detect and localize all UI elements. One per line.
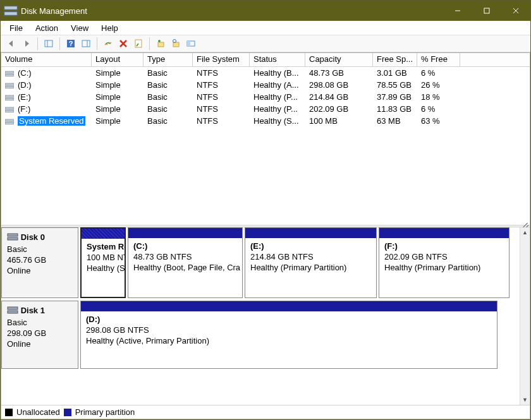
disk-header[interactable]: Disk 1Basic298.09 GBOnline	[1, 301, 78, 369]
column-header-pctfree[interactable]: % Free	[417, 53, 460, 66]
volume-name-cell: (D:)	[1, 80, 92, 90]
disk-name: Disk 1	[21, 306, 45, 315]
svg-rect-25	[5, 98, 14, 100]
cell: 3.01 GB	[373, 68, 417, 78]
svg-rect-19	[187, 41, 190, 46]
svg-rect-0	[4, 6, 18, 10]
cell: Simple	[92, 80, 143, 90]
partition-status: Healthy (Primary Partition)	[250, 262, 371, 273]
partition[interactable]: (D:)298.08 GB NTFSHealthy (Active, Prima…	[80, 301, 497, 369]
scroll-down-icon[interactable]: ▼	[520, 395, 530, 405]
cell: Basic	[143, 116, 193, 126]
menu-file[interactable]: File	[3, 22, 29, 34]
cell: 100 MB	[305, 116, 373, 126]
column-header-volume[interactable]: Volume	[1, 53, 92, 66]
volume-label: (E:)	[18, 92, 31, 102]
volume-row[interactable]: (C:)SimpleBasicNTFSHealthy (B...48.73 GB…	[1, 67, 530, 79]
disk-header[interactable]: Disk 0Basic465.76 GBOnline	[1, 227, 78, 298]
partition-label: (F:)	[384, 241, 504, 251]
titlebar[interactable]: Disk Management	[1, 1, 530, 21]
partition-size: 202.09 GB NTFS	[384, 251, 504, 262]
minimize-button[interactable]	[443, 1, 472, 21]
svg-rect-33	[8, 311, 18, 313]
cell: 202.09 GB	[305, 104, 373, 114]
volume-row[interactable]: System ReservedSimpleBasicNTFSHealthy (S…	[1, 115, 530, 127]
refresh-button[interactable]	[101, 37, 115, 51]
disk-graphical-view[interactable]: Disk 0Basic465.76 GBOnlineSystem Re100 M…	[1, 227, 530, 405]
menubar: File Action View Help	[1, 21, 530, 35]
svg-rect-6	[45, 40, 52, 47]
column-header-layout[interactable]: Layout	[92, 53, 143, 66]
partition-label: (D:)	[86, 314, 492, 325]
column-header-freespace[interactable]: Free Sp...	[373, 53, 417, 66]
extend-button[interactable]	[184, 37, 198, 51]
show-hide-console-tree-button[interactable]	[42, 37, 56, 51]
column-header-filesystem[interactable]: File System	[193, 53, 250, 66]
delete-button[interactable]	[116, 37, 130, 51]
close-button[interactable]	[501, 1, 530, 21]
disk-row: Disk 0Basic465.76 GBOnlineSystem Re100 M…	[1, 227, 530, 301]
cell: Healthy (S...	[250, 116, 305, 126]
new-volume-button[interactable]	[154, 37, 168, 51]
cell: 63 %	[417, 116, 460, 126]
partition-label: System Re	[87, 241, 119, 252]
cell: Basic	[143, 68, 193, 78]
back-button[interactable]	[4, 37, 18, 51]
cell: Basic	[143, 80, 193, 90]
partition-status: Healthy (Active, Primary Partition)	[86, 335, 492, 346]
cell: 78.55 GB	[373, 80, 417, 90]
partition-color-bar	[81, 301, 497, 311]
volume-name-cell: (F:)	[1, 104, 92, 114]
scroll-up-icon[interactable]: ▲	[520, 227, 530, 237]
disk-row: Disk 1Basic298.09 GBOnline(D:)298.08 GB …	[1, 301, 530, 371]
menu-help[interactable]: Help	[95, 22, 125, 34]
column-header-capacity[interactable]: Capacity	[305, 53, 373, 66]
disk-icon	[7, 232, 18, 244]
cell: 48.73 GB	[305, 68, 373, 78]
svg-rect-29	[5, 122, 14, 124]
disk-icon	[7, 306, 18, 317]
partition[interactable]: (F:)202.09 GB NTFSHealthy (Primary Parti…	[379, 227, 510, 298]
cell: NTFS	[193, 104, 250, 114]
help-button[interactable]: ?	[64, 37, 78, 51]
partition[interactable]: (C:)48.73 GB NTFSHealthy (Boot, Page Fil…	[128, 227, 243, 298]
format-button[interactable]	[169, 37, 183, 51]
disk-name: Disk 0	[21, 232, 45, 242]
menu-view[interactable]: View	[64, 22, 95, 34]
legend: Unallocated Primary partition	[1, 405, 530, 419]
svg-rect-26	[5, 107, 14, 109]
scrollbar[interactable]: ▲ ▼	[520, 227, 530, 405]
app-icon	[3, 3, 18, 18]
volume-row[interactable]: (F:)SimpleBasicNTFSHealthy (P...202.09 G…	[1, 103, 530, 115]
cell: 63 MB	[373, 116, 417, 126]
cell: NTFS	[193, 80, 250, 90]
properties-button[interactable]	[131, 37, 145, 51]
svg-rect-27	[5, 110, 14, 112]
cell: Basic	[143, 104, 193, 114]
column-header-status[interactable]: Status	[250, 53, 305, 66]
volume-list[interactable]: VolumeLayoutTypeFile SystemStatusCapacit…	[1, 53, 530, 225]
drive-icon	[5, 119, 14, 125]
disk-type: Basic	[7, 317, 73, 328]
cell: Healthy (A...	[250, 80, 305, 90]
toolbar: ?	[1, 35, 530, 52]
menu-action[interactable]: Action	[29, 22, 64, 34]
cell: Simple	[92, 104, 143, 114]
volume-name-cell: (E:)	[1, 92, 92, 102]
partition-color-bar	[82, 229, 125, 239]
action-pane-button[interactable]	[79, 37, 93, 51]
svg-rect-10	[82, 40, 90, 47]
partition[interactable]: (E:)214.84 GB NTFSHealthy (Primary Parti…	[245, 227, 377, 298]
cell: NTFS	[193, 116, 250, 126]
column-header-type[interactable]: Type	[143, 53, 193, 66]
disk-state: Online	[7, 339, 73, 349]
window-title: Disk Management	[18, 6, 443, 16]
volume-name-cell: (C:)	[1, 68, 92, 78]
volume-row[interactable]: (E:)SimpleBasicNTFSHealthy (P...214.84 G…	[1, 91, 530, 103]
volume-row[interactable]: (D:)SimpleBasicNTFSHealthy (A...298.08 G…	[1, 79, 530, 91]
forward-button[interactable]	[20, 37, 34, 51]
partition[interactable]: System Re100 MB NTHealthy (S	[80, 227, 126, 298]
maximize-button[interactable]	[472, 1, 501, 21]
cell: NTFS	[193, 92, 250, 102]
legend-unallocated-label: Unallocated	[16, 407, 60, 417]
